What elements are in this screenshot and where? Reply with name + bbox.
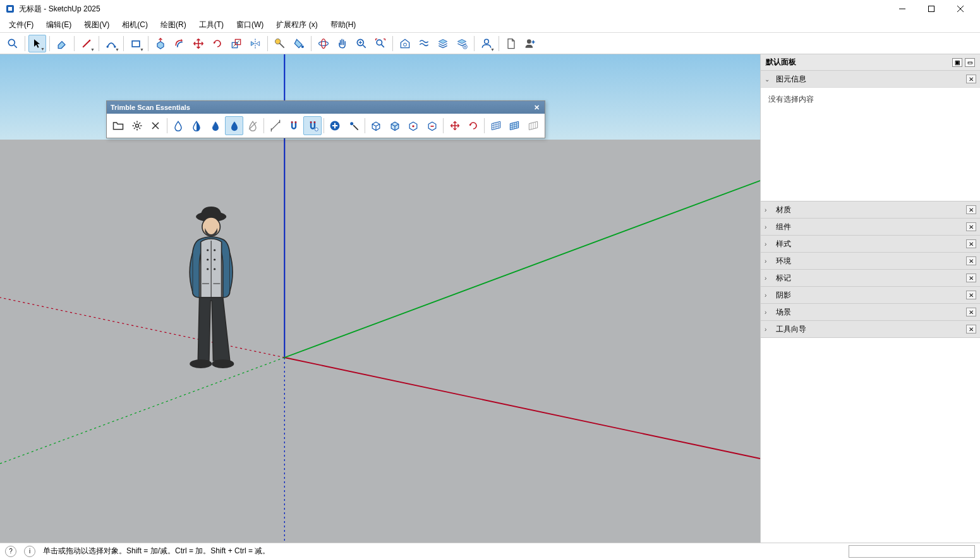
scan-add-point-icon[interactable] (326, 116, 344, 135)
flip-tool[interactable] (246, 35, 264, 52)
section-header-materials[interactable]: ›材质 ✕ (761, 201, 980, 218)
scan-drop-mostly-icon[interactable] (207, 116, 225, 135)
svg-line-48 (271, 121, 279, 129)
pan-tool[interactable] (334, 35, 351, 52)
scan-box2-icon[interactable] (386, 116, 404, 135)
scan-close-icon[interactable] (147, 116, 165, 135)
chevron-right-icon: › (765, 241, 772, 248)
tape-measure-tool[interactable] (271, 35, 289, 52)
paint-bucket-tool[interactable] (290, 35, 308, 52)
scan-box1-icon[interactable] (367, 116, 385, 135)
section-close-icon[interactable]: ✕ (966, 308, 976, 316)
section-header-entity-info[interactable]: ⌄ 图元信息 ✕ (761, 71, 980, 87)
viewport[interactable]: Trimble Scan Essentials ✕ (0, 54, 760, 543)
scan-drop-disabled-icon[interactable] (244, 116, 262, 135)
scan-drop-full-icon[interactable] (225, 116, 243, 135)
orbit-tool[interactable] (315, 35, 332, 52)
menu-tools[interactable]: 工具(T) (195, 18, 227, 32)
floating-toolbar-scan-essentials[interactable]: Trimble Scan Essentials ✕ (106, 100, 545, 138)
side-panel-title: 默认面板 (766, 57, 796, 68)
section-close-icon[interactable]: ✕ (966, 325, 976, 334)
menu-camera[interactable]: 相机(C) (118, 18, 152, 32)
account-tool[interactable]: ▼ (478, 35, 495, 52)
pushpull-tool[interactable] (152, 35, 169, 52)
section-close-icon[interactable]: ✕ (966, 75, 976, 83)
floating-toolbar-tools (107, 114, 545, 138)
rotate-tool[interactable] (209, 35, 226, 52)
scan-grid3-icon[interactable] (524, 116, 542, 135)
scale-tool[interactable] (227, 35, 245, 52)
section-header-styles[interactable]: ›样式 ✕ (761, 236, 980, 252)
section-title: 材质 (776, 205, 791, 215)
scan-pick-point-icon[interactable] (345, 116, 363, 135)
svg-point-38 (207, 259, 209, 261)
scan-grid1-icon[interactable] (487, 116, 505, 135)
scan-open-folder-icon[interactable] (109, 116, 128, 135)
eraser-tool[interactable] (53, 35, 71, 52)
svg-point-57 (350, 122, 353, 125)
zoom-extents-tool[interactable] (372, 35, 389, 52)
measurements-input[interactable] (849, 545, 975, 558)
warehouse-tool[interactable] (396, 35, 414, 52)
floating-toolbar-close-icon[interactable]: ✕ (532, 103, 541, 112)
svg-point-40 (207, 268, 209, 270)
status-info-icon[interactable]: i (24, 546, 35, 557)
zoom-tool[interactable] (353, 35, 370, 52)
scan-move-icon[interactable] (445, 116, 464, 135)
select-tool[interactable]: ▼ (28, 35, 46, 52)
scan-magnet-active-icon[interactable] (303, 116, 322, 135)
menu-edit[interactable]: 编辑(E) (42, 18, 75, 32)
scan-box3-icon[interactable] (404, 116, 423, 135)
section-header-scenes[interactable]: ›场景 ✕ (761, 304, 980, 320)
scan-rotate-icon[interactable] (464, 116, 483, 135)
section-header-instructor[interactable]: ›工具向导 ✕ (761, 321, 980, 337)
layers-manage-tool[interactable] (453, 35, 471, 52)
close-button[interactable] (946, 0, 975, 18)
add-person-tool[interactable] (521, 35, 539, 52)
section-header-components[interactable]: ›组件 ✕ (761, 219, 980, 235)
section-title: 工具向导 (776, 324, 806, 335)
section-close-icon[interactable]: ✕ (966, 222, 976, 231)
section-header-shadows[interactable]: ›阴影 ✕ (761, 287, 980, 303)
panel-pin-icon[interactable]: ▣ (952, 58, 962, 67)
scan-drop-outline-icon[interactable] (169, 116, 188, 135)
extension-warehouse-tool[interactable] (415, 35, 433, 52)
arc-tool[interactable]: ▼ (102, 35, 120, 52)
scan-box4-icon[interactable] (423, 116, 442, 135)
menu-window[interactable]: 窗口(W) (233, 18, 267, 32)
floating-toolbar-titlebar[interactable]: Trimble Scan Essentials ✕ (107, 101, 545, 114)
menu-extensions[interactable]: 扩展程序 (x) (272, 18, 321, 32)
scan-magnet-icon[interactable] (285, 116, 303, 135)
scan-drop-half-icon[interactable] (188, 116, 206, 135)
section-close-icon[interactable]: ✕ (966, 239, 976, 248)
section-close-icon[interactable]: ✕ (966, 205, 976, 214)
section-header-tags[interactable]: ›标记 ✕ (761, 270, 980, 286)
move-tool[interactable] (190, 35, 207, 52)
scan-settings-icon[interactable] (128, 116, 147, 135)
menu-view[interactable]: 视图(V) (80, 18, 113, 32)
section-close-icon[interactable]: ✕ (966, 256, 976, 265)
svg-line-6 (15, 45, 17, 47)
svg-point-59 (413, 125, 414, 127)
new-file-tool[interactable] (502, 35, 520, 52)
scan-grid2-icon[interactable] (505, 116, 524, 135)
section-header-environment[interactable]: ›环境 ✕ (761, 253, 980, 269)
menu-file[interactable]: 文件(F) (5, 18, 37, 32)
chevron-right-icon: › (765, 224, 772, 231)
window-title: 无标题 - SketchUp 2025 (19, 4, 100, 15)
minimize-button[interactable] (888, 0, 917, 18)
section-close-icon[interactable]: ✕ (966, 273, 976, 282)
menu-help[interactable]: 帮助(H) (327, 18, 360, 32)
layers-tool[interactable] (434, 35, 452, 52)
menu-draw[interactable]: 绘图(R) (157, 18, 190, 32)
search-tool[interactable] (4, 35, 21, 52)
offset-tool[interactable] (171, 35, 188, 52)
panel-collapse-icon[interactable]: ▭ (965, 58, 975, 67)
panel-section-environment: ›环境 ✕ (761, 253, 980, 270)
line-tool[interactable]: ▼ (78, 35, 95, 52)
status-help-icon[interactable]: ? (5, 546, 16, 557)
scan-measure-icon[interactable] (266, 116, 284, 135)
maximize-button[interactable] (917, 0, 946, 18)
section-close-icon[interactable]: ✕ (966, 291, 976, 299)
rectangle-tool[interactable]: ▼ (127, 35, 145, 52)
